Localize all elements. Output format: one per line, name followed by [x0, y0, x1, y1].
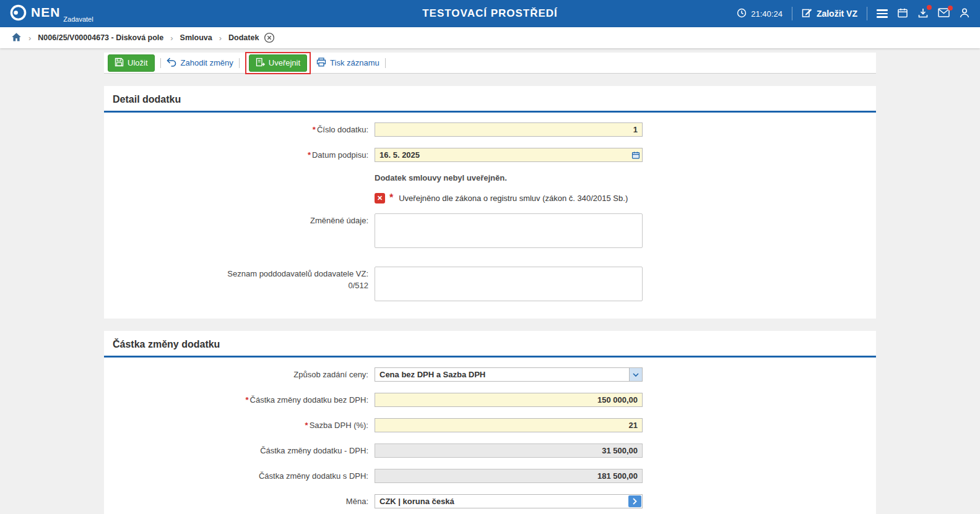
field-label: Částka změny dodatku s DPH: [104, 469, 375, 481]
field-row-castka-bez-dph: *Částka změny dodatku bez DPH: [104, 393, 876, 407]
castka-bez-dph-input[interactable] [375, 393, 642, 406]
zmenene-udaje-textarea[interactable] [375, 213, 643, 248]
registr-smluv-label: Uveřejněno dle zákona o registru smluv (… [399, 194, 628, 203]
page-content: Uložit Zahodit změny Uveřejnit Tisk zázn… [104, 53, 876, 514]
home-icon[interactable] [11, 32, 22, 44]
mena-picker[interactable]: CZK | koruna česká [375, 494, 643, 508]
section-castka-zmeny: Částka změny dodatku Způsob zadání ceny:… [104, 331, 876, 514]
section-detail-dodatku: Detail dodatku *Číslo dodatku: *Datum po… [104, 86, 876, 319]
menu-button[interactable] [877, 9, 888, 18]
checkbox-false-icon[interactable]: ✕ [375, 193, 385, 203]
char-counter: 0/512 [104, 281, 368, 291]
field-row-datum-podpisu: *Datum podpisu: [104, 148, 876, 162]
chevron-right-picker-icon[interactable] [628, 495, 641, 507]
zpusob-zadani-value: Cena bez DPH a Sazba DPH [375, 368, 629, 381]
mena-value: CZK | koruna česká [375, 495, 628, 508]
save-disk-icon [115, 58, 124, 69]
chevron-right-icon: › [219, 33, 222, 43]
field-row-castka-dph: Částka změny dodatku - DPH: [104, 443, 876, 458]
toolbar-divider [239, 58, 240, 68]
field-label: Změněné údaje: [104, 213, 375, 226]
registr-smluv-row: ✕ * Uveřejněno dle zákona o registru sml… [375, 192, 876, 203]
required-marker: * [389, 192, 393, 203]
breadcrumb: › N006/25/V00004673 - Disková pole › Sml… [0, 27, 980, 48]
record-toolbar: Uložit Zahodit změny Uveřejnit Tisk zázn… [104, 53, 876, 74]
publish-button[interactable]: Uveřejnit [249, 54, 307, 72]
messages-button[interactable] [938, 8, 950, 19]
calendar-button[interactable] [897, 7, 908, 20]
datum-podpisu-input[interactable] [375, 148, 629, 161]
field-row-zpusob-zadani: Způsob zadání ceny: Cena bez DPH a Sazba… [104, 367, 876, 382]
create-vz-label: Založit VZ [817, 9, 857, 19]
hamburger-icon [877, 9, 888, 18]
clock-display: 21:40:24 [737, 8, 783, 20]
field-label: Částka změny dodatku - DPH: [104, 443, 375, 456]
field-row-castka-s-dph: Částka změny dodatku s DPH: [104, 469, 876, 483]
field-row-cislo-dodatku: *Číslo dodatku: [104, 122, 876, 137]
publish-status-text: Dodatek smlouvy nebyl uveřejněn. [375, 173, 507, 182]
field-label: *Datum podpisu: [104, 148, 375, 160]
castka-s-dph-readonly [375, 469, 642, 482]
chevron-down-icon[interactable] [629, 368, 642, 381]
publish-status-row: Dodatek smlouvy nebyl uveřejněn. [375, 173, 876, 182]
chevron-right-icon: › [170, 33, 173, 43]
breadcrumb-item-contract[interactable]: N006/25/V00004673 - Disková pole [38, 33, 163, 42]
sazba-dph-input[interactable] [375, 419, 642, 432]
field-row-zmenene-udaje: Změněné údaje: [104, 213, 876, 251]
print-record-button[interactable]: Tisk záznamu [316, 58, 379, 69]
breadcrumb-item-dodatek[interactable]: Dodatek [228, 33, 259, 42]
cislo-dodatku-input[interactable] [375, 123, 642, 136]
section-title: Částka změny dodatku [104, 331, 876, 356]
header-divider [867, 7, 867, 20]
section-title: Detail dodatku [104, 86, 876, 111]
datepicker-calendar-icon[interactable] [629, 148, 642, 161]
messages-notification-badge [948, 6, 953, 11]
create-vz-button[interactable]: Založit VZ [802, 7, 857, 20]
nen-logo[interactable]: NEN Zadavatel [10, 4, 93, 24]
print-record-label: Tisk záznamu [330, 58, 379, 67]
field-label: *Číslo dodatku: [104, 122, 375, 135]
user-profile-button[interactable] [959, 7, 970, 20]
environment-title: TESTOVACÍ PROSTŘEDÍ [422, 7, 558, 20]
downloads-button[interactable] [917, 7, 929, 20]
castka-dph-readonly [375, 444, 642, 457]
field-row-seznam-poddodavatelu: Seznam poddodavatelů dodavatele VZ: 0/51… [104, 267, 876, 304]
field-row-sazba-dph: *Sazba DPH (%): [104, 418, 876, 432]
save-button-label: Uložit [128, 58, 148, 67]
downloads-notification-badge [927, 5, 932, 10]
field-label: *Sazba DPH (%): [104, 418, 375, 430]
clock-icon [737, 8, 747, 20]
pencil-square-icon [802, 7, 812, 20]
breadcrumb-item-smlouva[interactable]: Smlouva [180, 33, 212, 42]
field-label: Seznam poddodavatelů dodavatele VZ: 0/51… [104, 267, 375, 291]
field-row-mena: Měna: CZK | koruna česká [104, 494, 876, 508]
required-marker: * [313, 125, 316, 134]
toolbar-divider [160, 58, 161, 68]
field-label: *Částka změny dodatku bez DPH: [104, 393, 375, 405]
brand-role: Zadavatel [63, 15, 93, 24]
toolbar-divider [385, 58, 386, 68]
save-button[interactable]: Uložit [108, 54, 155, 72]
person-icon [959, 7, 970, 20]
publish-icon [256, 58, 265, 69]
top-header: NEN Zadavatel TESTOVACÍ PROSTŘEDÍ 21:40:… [0, 0, 980, 27]
required-marker: * [308, 150, 311, 160]
printer-icon [316, 58, 326, 69]
discard-changes-button[interactable]: Zahodit změny [167, 58, 233, 69]
discard-changes-label: Zahodit změny [181, 58, 233, 67]
seznam-poddodavatelu-textarea[interactable] [375, 267, 643, 301]
field-label: Měna: [104, 494, 375, 507]
highlight-annotation: Uveřejnit [245, 52, 311, 74]
close-tab-icon[interactable] [264, 32, 275, 43]
field-label: Způsob zadání ceny: [104, 367, 375, 380]
undo-icon [167, 58, 177, 69]
header-actions: 21:40:24 Založit VZ [737, 7, 970, 20]
brand-name: NEN [31, 4, 60, 20]
zpusob-zadani-select[interactable]: Cena bez DPH a Sazba DPH [375, 367, 643, 382]
chevron-right-icon: › [28, 33, 31, 43]
required-marker: * [305, 421, 308, 430]
calendar-icon [897, 7, 908, 20]
nen-logo-icon [10, 4, 27, 24]
required-marker: * [245, 395, 248, 405]
publish-button-label: Uveřejnit [269, 58, 300, 67]
